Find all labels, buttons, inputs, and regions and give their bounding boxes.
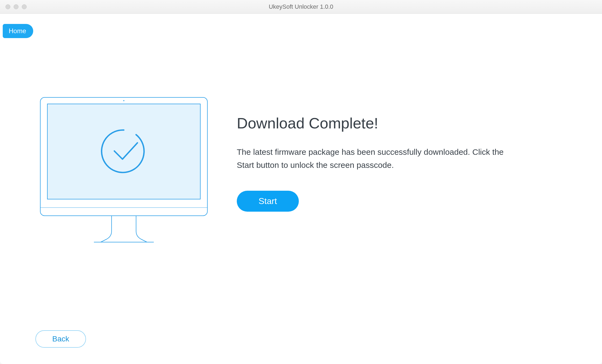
svg-point-2 — [123, 100, 124, 101]
app-body: Home Download C — [0, 14, 602, 364]
maximize-window-button[interactable] — [22, 4, 27, 9]
back-button[interactable]: Back — [35, 330, 86, 348]
minimize-window-button[interactable] — [14, 4, 19, 9]
window-title: UkeySoft Unlocker 1.0.0 — [269, 3, 333, 10]
monitor-checkmark-icon — [38, 95, 210, 249]
home-button[interactable]: Home — [3, 24, 33, 38]
start-button[interactable]: Start — [237, 191, 299, 212]
content-column: Download Complete! The latest firmware p… — [237, 95, 602, 212]
titlebar: UkeySoft Unlocker 1.0.0 — [0, 0, 602, 14]
page-heading: Download Complete! — [237, 114, 602, 132]
svg-rect-1 — [47, 104, 200, 199]
close-window-button[interactable] — [5, 4, 10, 9]
body-text: The latest firmware package has been suc… — [237, 146, 523, 172]
main-area: Download Complete! The latest firmware p… — [0, 14, 602, 249]
traffic-lights — [5, 4, 27, 9]
